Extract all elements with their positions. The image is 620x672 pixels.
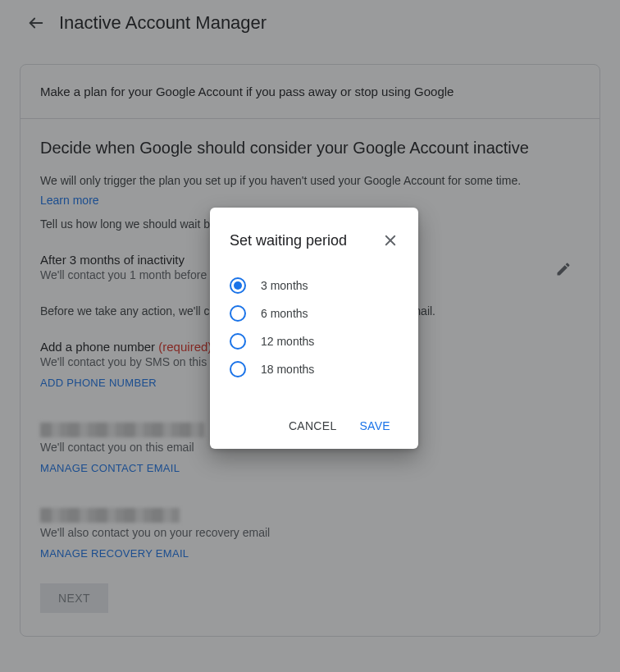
radio-label: 6 months [261, 307, 308, 320]
radio-label: 3 months [261, 279, 308, 292]
radio-option[interactable]: 3 months [230, 272, 399, 299]
radio-label: 18 months [261, 363, 314, 376]
radio-option[interactable]: 6 months [230, 299, 399, 327]
close-icon [383, 233, 398, 248]
dialog-header: Set waiting period [230, 227, 399, 254]
radio-label: 12 months [261, 335, 314, 348]
radio-icon [230, 277, 246, 294]
dialog-title: Set waiting period [230, 232, 347, 249]
dialog-actions: CANCEL SAVE [230, 413, 399, 439]
cancel-button[interactable]: CANCEL [280, 413, 345, 439]
save-button[interactable]: SAVE [351, 413, 399, 439]
dialog-close-button[interactable] [377, 227, 403, 254]
radio-option[interactable]: 18 months [230, 355, 399, 383]
radio-group: 3 months6 months12 months18 months [230, 272, 399, 383]
radio-icon [230, 361, 246, 377]
waiting-period-dialog: Set waiting period 3 months6 months12 mo… [210, 208, 418, 449]
radio-icon [230, 305, 246, 322]
radio-option[interactable]: 12 months [230, 327, 399, 355]
radio-icon [230, 333, 246, 350]
